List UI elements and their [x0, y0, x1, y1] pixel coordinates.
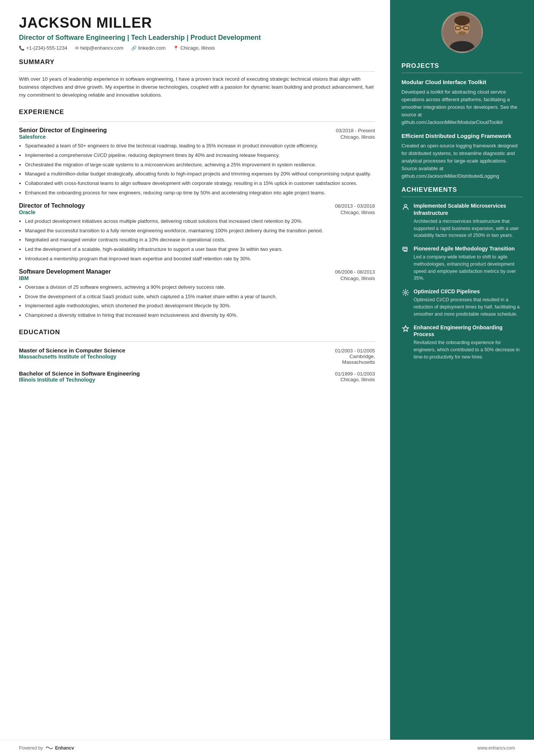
achievement-3: Optimized CI/CD Pipelines Optimized CI/C…: [401, 288, 523, 318]
footer-website: www.enhancv.com: [478, 745, 515, 751]
job-2-header: Director of Technology 08/2013 - 03/2018: [19, 202, 375, 209]
job-1-title: Senior Director of Engineering: [19, 127, 107, 134]
achievement-4-title: Enhanced Engineering Onboarding Process: [414, 324, 523, 338]
avatar-container: [401, 11, 523, 53]
job-3-company: IBM: [19, 275, 29, 281]
job-1-header: Senior Director of Engineering 03/2018 -…: [19, 127, 375, 134]
job-1-company-line: Salesforce Chicago, Illinois: [19, 134, 375, 140]
location-text: Chicago, Illinois: [180, 45, 215, 51]
degree-1-school-line: Massachusetts Institute of Technology Ca…: [19, 354, 375, 365]
education-section: EDUCATION Master of Science in Computer …: [19, 329, 375, 383]
contact-info: 📞 +1-(234)-555-1234 ✉ help@enhancv.com 🔗…: [19, 45, 375, 51]
bullet-item: Led product development initiatives acro…: [25, 218, 375, 225]
achievement-3-icon: [401, 289, 410, 318]
bullet-item: Implemented agile methodologies, which s…: [25, 302, 375, 310]
project-1-title: Modular Cloud Interface Toolkit: [401, 78, 523, 86]
phone-number: +1-(234)-555-1234: [26, 45, 67, 51]
experience-divider: [19, 121, 375, 122]
svg-point-6: [458, 31, 466, 35]
phone-icon: 📞: [19, 45, 25, 51]
job-2-title: Director of Technology: [19, 202, 85, 209]
phone-contact: 📞 +1-(234)-555-1234: [19, 45, 67, 51]
left-column: JACKSON MILLER Director of Software Engi…: [0, 0, 390, 740]
email-contact: ✉ help@enhancv.com: [75, 45, 123, 51]
linkedin-icon: 🔗: [131, 45, 137, 51]
achievement-1-icon: [401, 203, 410, 239]
summary-divider: [19, 71, 375, 72]
experience-title: EXPERIENCE: [19, 108, 375, 116]
bullet-item: Managed a multimillion-dollar budget str…: [25, 170, 375, 178]
achievement-1: Implemented Scalable Microservices Infra…: [401, 202, 523, 239]
achievement-1-title: Implemented Scalable Microservices Infra…: [414, 202, 523, 216]
achievement-3-content: Optimized CI/CD Pipelines Optimized CI/C…: [414, 288, 523, 318]
location-icon: 📍: [173, 45, 179, 51]
projects-section: PROJECTS Modular Cloud Interface Toolkit…: [401, 62, 523, 180]
candidate-name: JACKSON MILLER: [19, 15, 375, 31]
project-2-desc: Created an open-source logging framework…: [401, 142, 523, 180]
bullet-item: Collaborated with cross-functional teams…: [25, 180, 375, 188]
job-3-date: 06/2008 - 08/2013: [335, 269, 375, 275]
job-3: Software Development Manager 06/2008 - 0…: [19, 268, 375, 319]
education-divider: [19, 341, 375, 342]
job-1-company: Salesforce: [19, 134, 46, 140]
job-2-company: Oracle: [19, 209, 36, 215]
degree-1: Master of Science in Computer Science 01…: [19, 347, 375, 365]
avatar: [441, 11, 483, 53]
brand-name: Enhancv: [55, 745, 74, 751]
achievement-1-desc: Architected a microservices infrastructu…: [414, 218, 523, 239]
email-icon: ✉: [75, 45, 79, 51]
achievement-3-title: Optimized CI/CD Pipelines: [414, 288, 523, 295]
projects-divider: [401, 73, 523, 73]
bullet-item: Managed the successful transition to a f…: [25, 227, 375, 235]
candidate-title: Director of Software Engineering | Tech …: [19, 33, 375, 42]
degree-2-name: Bachelor of Science in Software Engineer…: [19, 370, 140, 377]
achievement-4-icon: [401, 325, 410, 361]
achievement-4: Enhanced Engineering Onboarding Process …: [401, 324, 523, 361]
svg-point-2: [454, 16, 470, 25]
bullet-item: Orchestrated the migration of large-scal…: [25, 161, 375, 169]
linkedin-contact: 🔗 linkedin.com: [131, 45, 166, 51]
enhancv-logo: Enhancv: [45, 745, 74, 751]
right-column: PROJECTS Modular Cloud Interface Toolkit…: [390, 0, 534, 740]
achievement-4-desc: Revitalized the onboarding experience fo…: [414, 339, 523, 360]
degree-1-header: Master of Science in Computer Science 01…: [19, 347, 375, 354]
achievement-3-desc: Optimized CI/CD processes that resulted …: [414, 296, 523, 318]
project-1-desc: Developed a toolkit for abstracting clou…: [401, 88, 523, 127]
degree-2-location: Chicago, Illinois: [340, 377, 375, 383]
achievement-2-desc: Led a company-wide initiative to shift t…: [414, 254, 523, 282]
job-3-company-line: IBM Chicago, Illinois: [19, 275, 375, 281]
job-2-location: Chicago, Illinois: [340, 210, 375, 215]
achievements-divider: [401, 197, 523, 197]
job-2-company-line: Oracle Chicago, Illinois: [19, 209, 375, 215]
job-2: Director of Technology 08/2013 - 03/2018…: [19, 202, 375, 263]
summary-text: With over 10 years of leadership experie…: [19, 75, 375, 99]
degree-2: Bachelor of Science in Software Engineer…: [19, 370, 375, 383]
header: JACKSON MILLER Director of Software Engi…: [19, 15, 375, 51]
job-3-header: Software Development Manager 06/2008 - 0…: [19, 268, 375, 275]
summary-title: SUMMARY: [19, 58, 375, 66]
footer: Powered by Enhancv www.enhancv.com: [0, 740, 534, 756]
achievement-4-content: Enhanced Engineering Onboarding Process …: [414, 324, 523, 361]
job-1-date: 03/2018 - Present: [336, 128, 375, 133]
project-2-title: Efficient Distributed Logging Framework: [401, 132, 523, 140]
achievements-section: ACHIEVEMENTS Implemented Scalable Micros…: [401, 186, 523, 360]
experience-section: EXPERIENCE Senior Director of Engineerin…: [19, 108, 375, 319]
achievements-title: ACHIEVEMENTS: [401, 186, 523, 194]
degree-2-header: Bachelor of Science in Software Engineer…: [19, 370, 375, 377]
job-3-location: Chicago, Illinois: [340, 275, 375, 281]
project-2: Efficient Distributed Logging Framework …: [401, 132, 523, 180]
footer-left: Powered by Enhancv: [19, 745, 74, 751]
summary-section: SUMMARY With over 10 years of leadership…: [19, 58, 375, 99]
bullet-item: Spearheaded a team of 50+ engineers to d…: [25, 142, 375, 150]
degree-2-school-line: Illinois Institute of Technology Chicago…: [19, 377, 375, 383]
achievement-2-icon: [401, 246, 410, 282]
bullet-item: Oversaw a division of 25 software engine…: [25, 283, 375, 291]
email-address: help@enhancv.com: [80, 45, 123, 51]
degree-1-location: Cambridge,Massachusetts: [342, 354, 375, 365]
job-2-date: 08/2013 - 03/2018: [335, 203, 375, 209]
bullet-item: Led the development of a scalable, high-…: [25, 246, 375, 254]
degree-2-date: 01/1999 - 01/2003: [335, 371, 375, 377]
achievement-2-content: Pioneered Agile Methodology Transition L…: [414, 245, 523, 282]
education-title: EDUCATION: [19, 329, 375, 336]
degree-1-name: Master of Science in Computer Science: [19, 347, 125, 354]
